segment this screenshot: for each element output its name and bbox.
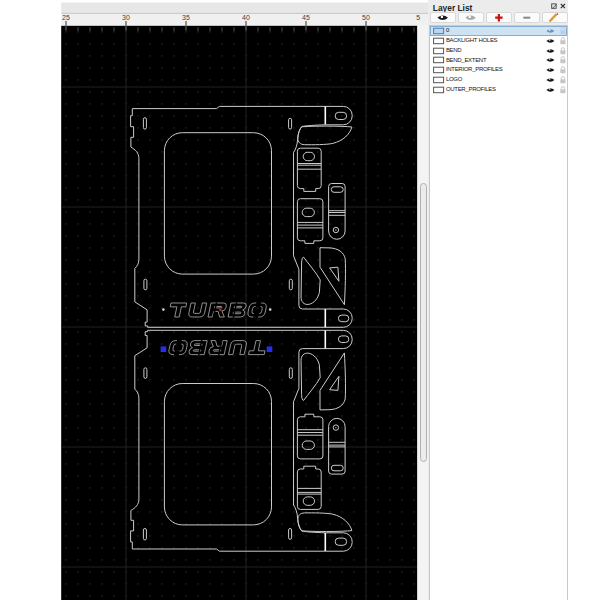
svg-text:5: 5: [416, 14, 420, 21]
svg-text:25: 25: [62, 14, 70, 21]
svg-text:35: 35: [182, 14, 190, 21]
svg-text:50: 50: [362, 14, 370, 21]
svg-text:30: 30: [122, 14, 130, 21]
svg-text:40: 40: [242, 14, 250, 21]
svg-text:45: 45: [302, 14, 310, 21]
